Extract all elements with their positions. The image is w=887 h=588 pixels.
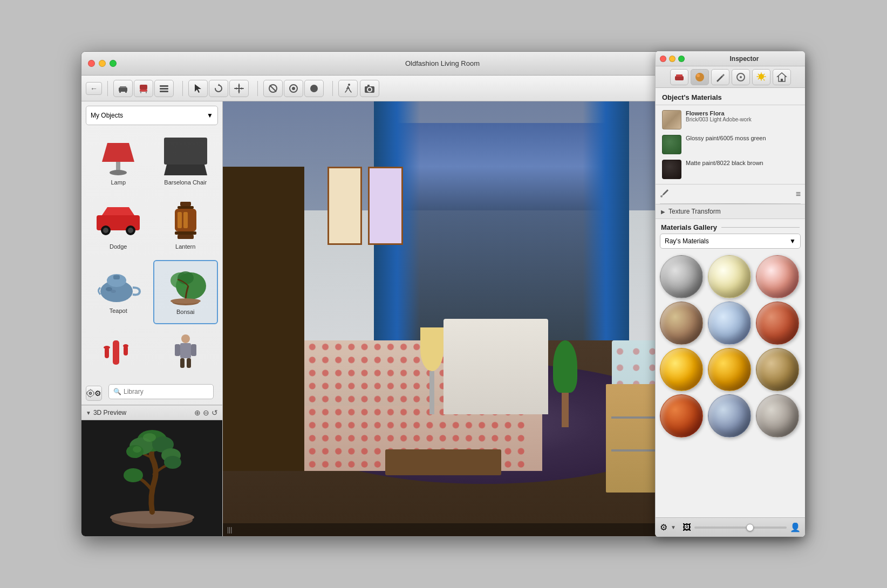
tab-objects[interactable] (670, 69, 688, 85)
list-view-tool[interactable] (154, 80, 174, 97)
full-render-tool[interactable] (304, 80, 324, 97)
gallery-header: Materials Gallery (656, 219, 805, 234)
zoom-in-button[interactable]: ⊕ (194, 408, 201, 417)
cursor-tool[interactable] (188, 80, 208, 97)
svg-rect-57 (175, 231, 196, 235)
material-ball-orange-bright[interactable] (660, 348, 703, 391)
walk-tool[interactable] (338, 80, 358, 97)
search-bar[interactable]: 🔍 (108, 384, 214, 399)
material-ball-stone-grey[interactable] (756, 394, 799, 437)
svg-rect-1 (120, 86, 126, 88)
material-menu-icon[interactable]: ≡ (796, 189, 801, 199)
object-item-figure[interactable] (153, 326, 219, 382)
no-render-tool[interactable] (263, 80, 283, 97)
inspector-body: Object's Materials Flowers Flora Brick/0… (656, 88, 805, 517)
material-ball-floral-grey[interactable] (660, 255, 703, 298)
object-item-bonsai[interactable]: Bonsai (153, 260, 219, 324)
scene-grip-icon: ||| (227, 526, 232, 534)
bonsai-3d-preview (98, 426, 206, 531)
gallery-dropdown-arrow: ▼ (789, 237, 796, 245)
tab-building[interactable] (773, 69, 791, 85)
render-tool-group (263, 80, 324, 97)
material-slider[interactable] (694, 527, 787, 529)
tab-edit[interactable] (711, 69, 729, 85)
close-button[interactable] (88, 60, 95, 67)
material-ball-rust-orange[interactable] (756, 302, 799, 345)
svg-point-98 (697, 74, 700, 77)
gallery-separator (721, 227, 800, 228)
material-item-flowers-flora[interactable]: Flowers Flora Brick/003 Light Adobe-work (660, 107, 801, 132)
object-item-lantern[interactable]: Lantern (153, 196, 219, 258)
material-ball-orange-dark[interactable] (660, 394, 703, 437)
chevron-down-icon: ▼ (207, 112, 213, 119)
minimize-button[interactable] (99, 60, 106, 67)
tab-settings[interactable] (732, 69, 750, 85)
object-item-barcelona-chair[interactable]: Barselona Chair (153, 132, 219, 194)
preview-collapse-icon[interactable]: ▼ (86, 410, 91, 416)
material-ball-wood-tan[interactable] (756, 348, 799, 391)
inspector-close-button[interactable] (660, 56, 666, 62)
camera-tool[interactable] (360, 80, 379, 97)
svg-point-72 (104, 346, 110, 349)
inspector-minimize-button[interactable] (669, 56, 676, 62)
left-panel: My Objects ▼ Lamp (81, 101, 223, 536)
circle-render-tool[interactable] (284, 80, 303, 97)
svg-marker-14 (238, 91, 240, 93)
object-selector-dropdown[interactable]: My Objects ▼ (86, 106, 218, 125)
object-item-lamp[interactable]: Lamp (86, 132, 151, 194)
back-button[interactable]: ← (86, 82, 102, 95)
furniture-tool[interactable] (113, 80, 133, 97)
object-tool-group (113, 80, 174, 97)
svg-point-89 (143, 433, 156, 442)
rotate-tool[interactable] (209, 80, 228, 97)
tab-materials[interactable] (691, 69, 709, 85)
object-item-teapot[interactable]: Teapot (86, 260, 151, 324)
material-ball-diamond-blue[interactable] (708, 302, 751, 345)
object-item-dodge[interactable]: Dodge (86, 196, 151, 258)
slider-container (694, 527, 787, 529)
window-controls (88, 60, 117, 67)
material-item-glossy-moss[interactable]: Glossy paint/6005 moss green (660, 132, 801, 157)
maximize-button[interactable] (110, 60, 117, 67)
inspector-gear-arrow: ▼ (671, 524, 676, 530)
gallery-dropdown[interactable]: Ray's Materials ▼ (660, 234, 801, 249)
inspector-maximize-button[interactable] (678, 56, 685, 62)
svg-line-18 (270, 85, 276, 92)
teapot-thumbnail (94, 263, 142, 306)
refresh-button[interactable]: ↺ (211, 408, 218, 417)
svg-rect-9 (160, 88, 168, 90)
zoom-out-button[interactable]: ⊖ (203, 408, 209, 417)
eyedropper-icon[interactable] (660, 188, 670, 200)
svg-point-20 (292, 87, 295, 90)
material-ball-floral-red[interactable] (756, 255, 799, 298)
svg-marker-47 (102, 207, 134, 215)
lamp-thumbnail (94, 135, 142, 178)
search-input[interactable] (124, 388, 209, 395)
svg-marker-15 (235, 87, 237, 90)
materials-list: Flowers Flora Brick/003 Light Adobe-work… (656, 105, 805, 184)
svg-point-90 (133, 446, 141, 453)
svg-point-49 (103, 228, 108, 233)
object-item-cactus[interactable] (86, 326, 151, 382)
material-item-matte-black[interactable]: Matte paint/8022 black brown (660, 157, 801, 182)
chair-tool[interactable] (134, 80, 153, 97)
inspector-photo-icon[interactable]: 🖼 (683, 523, 691, 532)
inspector-gear-icon[interactable]: ⚙ (660, 522, 667, 532)
svg-point-101 (759, 74, 764, 79)
material-ball-tapestry-brown[interactable] (660, 302, 703, 345)
material-ball-orange-med[interactable] (708, 348, 751, 391)
svg-rect-7 (146, 91, 147, 93)
svg-point-88 (164, 456, 181, 469)
tab-light[interactable] (752, 69, 770, 85)
texture-transform-label: Texture Transform (668, 208, 721, 215)
settings-button[interactable]: ⚙ (86, 386, 102, 401)
slider-thumb[interactable] (746, 524, 754, 531)
inspector-title-bar: Inspector (656, 51, 805, 66)
svg-rect-2 (119, 91, 121, 93)
inspector-person-icon[interactable]: 👤 (790, 522, 801, 532)
svg-point-43 (110, 170, 127, 175)
texture-transform-section[interactable]: ▶ Texture Transform (656, 204, 805, 219)
material-ball-floral-yellow[interactable] (708, 255, 751, 298)
material-ball-slate-blue[interactable] (708, 394, 751, 437)
move-tool[interactable] (229, 80, 249, 97)
